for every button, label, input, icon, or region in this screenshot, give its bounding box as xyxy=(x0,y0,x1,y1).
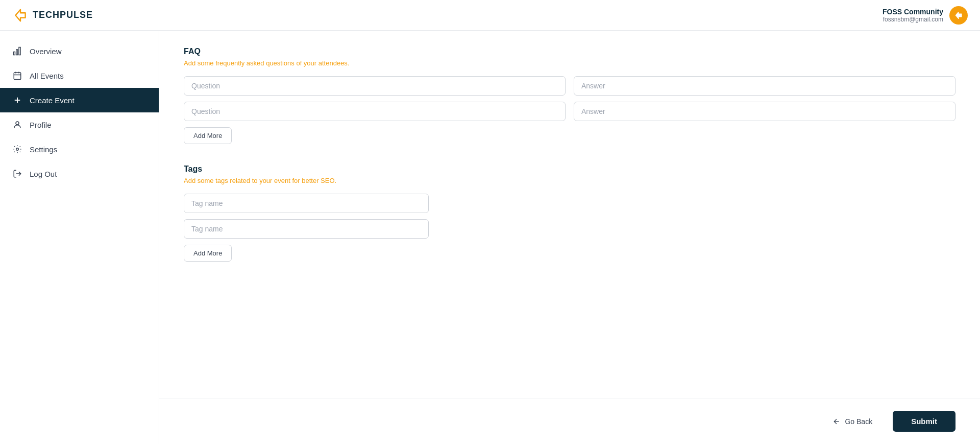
sidebar: Overview All Events Create Event xyxy=(0,31,159,444)
svg-rect-5 xyxy=(14,73,21,80)
logo: TECHPULSE xyxy=(12,7,93,24)
logo-text: TECHPULSE xyxy=(33,10,93,20)
sidebar-item-all-events[interactable]: All Events xyxy=(0,63,159,88)
bar-chart-icon xyxy=(12,46,22,56)
sidebar-label-profile: Profile xyxy=(30,121,52,129)
user-details: FOSS Community fossnsbm@gmail.com xyxy=(883,8,943,23)
faq-question-1[interactable] xyxy=(184,76,566,96)
sidebar-label-overview: Overview xyxy=(30,47,62,56)
gear-icon xyxy=(12,144,22,154)
faq-row-2 xyxy=(184,102,955,121)
avatar-icon xyxy=(953,10,964,20)
go-back-label: Go Back xyxy=(845,417,872,426)
logout-icon xyxy=(12,169,22,179)
user-email: fossnsbm@gmail.com xyxy=(883,16,943,23)
sidebar-label-all-events: All Events xyxy=(30,72,64,80)
avatar xyxy=(949,6,968,25)
faq-add-more-button[interactable]: Add More xyxy=(184,127,232,144)
faq-answer-2[interactable] xyxy=(574,102,955,121)
svg-point-12 xyxy=(16,148,19,151)
svg-rect-2 xyxy=(14,52,15,55)
submit-button[interactable]: Submit xyxy=(893,411,955,432)
svg-marker-0 xyxy=(15,9,25,20)
user-name: FOSS Community xyxy=(883,8,943,16)
svg-rect-4 xyxy=(19,48,20,55)
faq-question-2[interactable] xyxy=(184,102,566,121)
sidebar-item-overview[interactable]: Overview xyxy=(0,39,159,63)
tag-input-2[interactable] xyxy=(184,219,429,239)
svg-point-11 xyxy=(16,122,19,125)
user-icon xyxy=(12,120,22,130)
tags-desc: Add some tags related to your event for … xyxy=(184,177,955,184)
faq-section: FAQ Add some frequently asked questions … xyxy=(184,47,955,144)
faq-title: FAQ xyxy=(184,47,955,56)
svg-rect-3 xyxy=(16,50,18,55)
logo-icon xyxy=(12,7,29,24)
tags-title: Tags xyxy=(184,165,955,174)
faq-answer-1[interactable] xyxy=(574,76,955,96)
sidebar-label-create-event: Create Event xyxy=(30,96,75,105)
faq-desc: Add some frequently asked questions of y… xyxy=(184,59,955,67)
calendar-icon xyxy=(12,71,22,81)
tags-section: Tags Add some tags related to your event… xyxy=(184,165,955,262)
tag-input-1[interactable] xyxy=(184,194,429,213)
header: TECHPULSE FOSS Community fossnsbm@gmail.… xyxy=(0,0,980,31)
sidebar-item-profile[interactable]: Profile xyxy=(0,112,159,137)
sidebar-item-settings[interactable]: Settings xyxy=(0,137,159,161)
go-back-button[interactable]: Go Back xyxy=(820,412,885,431)
footer-actions: Go Back Submit xyxy=(159,398,980,444)
plus-icon xyxy=(12,95,22,105)
sidebar-item-log-out[interactable]: Log Out xyxy=(0,161,159,186)
sidebar-label-settings: Settings xyxy=(30,145,57,154)
main-content: FAQ Add some frequently asked questions … xyxy=(159,31,980,398)
faq-row-1 xyxy=(184,76,955,96)
sidebar-item-create-event[interactable]: Create Event xyxy=(0,88,159,112)
arrow-left-icon xyxy=(832,417,841,426)
tags-add-more-button[interactable]: Add More xyxy=(184,245,232,262)
sidebar-label-log-out: Log Out xyxy=(30,170,57,178)
svg-marker-1 xyxy=(955,12,962,19)
user-info: FOSS Community fossnsbm@gmail.com xyxy=(883,6,968,25)
